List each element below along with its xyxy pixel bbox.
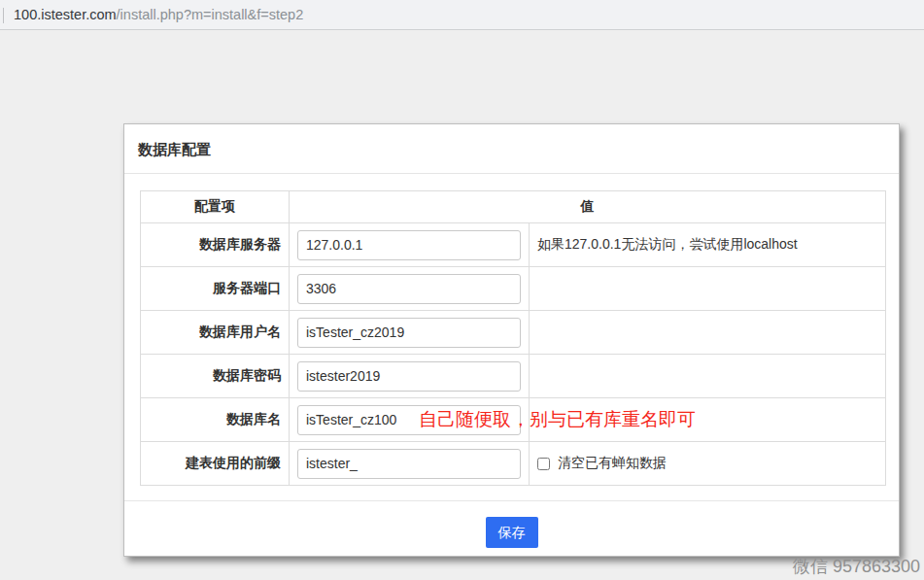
- db-name-label: 数据库名: [141, 398, 290, 442]
- db-port-input[interactable]: [297, 274, 521, 304]
- table-prefix-label: 建表使用的前缀: [141, 442, 290, 486]
- db-port-hint: [530, 267, 886, 311]
- table-row: 数据库用户名: [141, 311, 886, 355]
- table-header-row: 配置项 值: [141, 191, 886, 223]
- db-password-label: 数据库密码: [141, 355, 290, 398]
- url-host: 100.istester.com: [14, 7, 117, 22]
- table-row: 数据库服务器 如果127.0.0.1无法访问，尝试使用localhost: [141, 223, 886, 267]
- db-user-hint: [530, 311, 886, 355]
- db-name-annotation: 自己随便取，别与已有库重名即可: [419, 407, 696, 432]
- clear-data-checkbox[interactable]: [537, 458, 550, 470]
- column-header-value: 值: [290, 191, 886, 223]
- db-host-label: 数据库服务器: [141, 223, 290, 267]
- address-bar[interactable]: 100.istester.com/install.php?m=install&f…: [0, 0, 924, 30]
- db-password-hint: [530, 355, 886, 398]
- table-row: 数据库密码: [141, 355, 886, 398]
- address-bar-tick: [3, 8, 4, 23]
- table-row: 数据库名 自己随便取，别与已有库重名即可: [141, 398, 886, 442]
- table-row: 服务器端口: [141, 267, 886, 311]
- column-header-config-item: 配置项: [141, 191, 290, 223]
- wechat-watermark: 微信 957863300: [793, 555, 920, 578]
- config-table: 配置项 值 数据库服务器 如果127.0.0.1无法访问，尝试使用localho…: [140, 190, 886, 486]
- card-header: 数据库配置: [124, 124, 899, 174]
- card-footer: 保存: [124, 501, 899, 548]
- table-prefix-input[interactable]: [297, 449, 521, 479]
- db-user-label: 数据库用户名: [141, 311, 290, 355]
- db-password-input[interactable]: [297, 361, 521, 392]
- db-user-input[interactable]: [297, 318, 521, 348]
- save-button[interactable]: 保存: [486, 517, 538, 548]
- db-host-hint: 如果127.0.0.1无法访问，尝试使用localhost: [530, 223, 886, 267]
- table-row: 建表使用的前缀 清空已有蝉知数据: [141, 442, 886, 486]
- clear-data-checkbox-label: 清空已有蝉知数据: [558, 455, 667, 472]
- url-path: /install.php?m=install&f=step2: [117, 7, 304, 22]
- db-host-input[interactable]: [297, 230, 521, 260]
- page-title: 数据库配置: [138, 141, 211, 157]
- database-config-card: 数据库配置 配置项 值 数据库服务器 如果127.0.0.1无法访问，尝试使用l…: [123, 123, 900, 557]
- db-port-label: 服务器端口: [141, 267, 290, 311]
